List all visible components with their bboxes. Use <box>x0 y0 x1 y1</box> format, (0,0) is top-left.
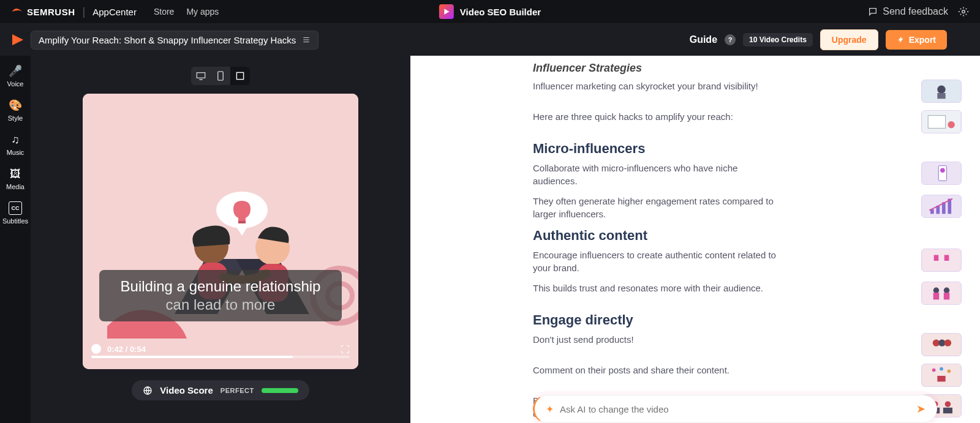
script-row[interactable]: Comment on their posts and share their c… <box>533 364 962 387</box>
caption-overlay: Building a genuine relationship can lead… <box>99 270 342 321</box>
script-row[interactable]: They often generate higher engagement ra… <box>533 195 962 220</box>
svg-rect-42 <box>937 376 945 381</box>
left-rail: 🎤Voice 🎨Style ♫Music 🖼Media CCSubtitles <box>0 56 31 423</box>
script-text: Encourage influencers to create authenti… <box>533 249 784 274</box>
rail-label: Media <box>6 183 24 190</box>
svg-rect-23 <box>922 195 961 217</box>
semrush-swoosh-icon <box>11 6 23 18</box>
export-label: Export <box>909 35 936 45</box>
svg-point-30 <box>933 288 939 293</box>
brand-logo[interactable]: SEMRUSH | AppCenter <box>11 6 137 18</box>
svg-point-41 <box>947 370 951 373</box>
svg-rect-29 <box>922 282 961 304</box>
palette-icon: 🎨 <box>9 99 22 112</box>
device-mobile[interactable] <box>211 67 230 85</box>
media-icon: 🖼 <box>9 167 22 181</box>
section-heading-micro[interactable]: Micro-influencers <box>533 141 962 157</box>
rail-subtitles[interactable]: CCSubtitles <box>2 201 28 225</box>
svg-point-22 <box>940 168 945 173</box>
credits-pill[interactable]: 10 Video Credits <box>743 33 813 47</box>
video-score-pill[interactable]: Video Score PERFECT <box>132 380 309 400</box>
svg-rect-1 <box>197 73 205 78</box>
scene-thumb[interactable] <box>921 110 962 133</box>
player-controls: 0:42 / 0:54 ⛶ <box>91 340 350 358</box>
rail-media[interactable]: 🖼Media <box>6 167 24 190</box>
scene-thumb[interactable] <box>921 162 962 185</box>
editor-subtitle[interactable]: Influencer Strategies <box>533 62 962 75</box>
script-text: Here are three quick hacks to amplify yo… <box>533 110 733 123</box>
svg-rect-18 <box>928 116 945 129</box>
feedback-label: Send feedback <box>883 6 948 17</box>
brand-name: SEMRUSH <box>27 7 75 17</box>
project-title: Amplify Your Reach: Short & Snappy Influ… <box>39 35 296 45</box>
nav-store[interactable]: Store <box>154 7 174 17</box>
rail-label: Subtitles <box>2 217 28 225</box>
svg-rect-12 <box>238 221 246 223</box>
progress-bar[interactable] <box>91 356 350 358</box>
app-play-icon <box>10 32 24 47</box>
feedback-icon[interactable]: Send feedback <box>868 6 948 17</box>
ask-ai-input[interactable] <box>560 404 916 414</box>
svg-rect-45 <box>943 408 952 413</box>
section-heading-authentic[interactable]: Authentic content <box>533 228 962 244</box>
settings-icon[interactable] <box>958 6 969 17</box>
scene-thumb[interactable] <box>921 333 962 356</box>
script-text: Comment on their posts and share their c… <box>533 364 729 376</box>
microphone-icon: 🎤 <box>9 64 22 78</box>
guide-link[interactable]: Guide <box>690 34 717 45</box>
editor-column: Influencer Strategies Influencer marketi… <box>410 56 980 423</box>
rail-music[interactable]: ♫Music <box>7 133 24 156</box>
device-desktop[interactable] <box>191 67 211 85</box>
play-button[interactable] <box>91 344 101 354</box>
project-title-chip[interactable]: Amplify Your Reach: Short & Snappy Influ… <box>31 31 318 50</box>
globe-icon <box>143 386 153 395</box>
rail-style[interactable]: 🎨Style <box>8 99 23 122</box>
video-preview[interactable]: Building a genuine relationship can lead… <box>83 94 358 369</box>
svg-point-39 <box>932 369 936 372</box>
help-icon[interactable]: ? <box>725 34 736 45</box>
nav-my-apps[interactable]: My apps <box>186 7 219 17</box>
script-text: This builds trust and resonates more wit… <box>533 282 763 294</box>
script-text: Don't just send products! <box>533 333 634 346</box>
caption-line1: Building a genuine relationship <box>121 278 321 294</box>
fullscreen-icon[interactable]: ⛶ <box>341 344 350 354</box>
preview-column: Building a genuine relationship can lead… <box>31 56 410 423</box>
svg-point-19 <box>948 121 954 128</box>
bolt-icon <box>897 36 905 44</box>
script-row[interactable]: Don't just send products! <box>533 333 962 356</box>
ask-ai-bar[interactable]: ✦ ➤ <box>533 395 937 423</box>
device-square[interactable] <box>230 67 250 85</box>
svg-rect-31 <box>933 293 939 299</box>
script-row[interactable]: This builds trust and resonates more wit… <box>533 282 962 305</box>
score-label: Video Score <box>160 385 213 395</box>
scene-thumb[interactable] <box>921 249 962 272</box>
rail-label: Voice <box>7 80 24 88</box>
section-heading-engage[interactable]: Engage directly <box>533 312 962 328</box>
svg-rect-21 <box>938 166 946 181</box>
product-name: Video SEO Builder <box>460 7 541 17</box>
svg-point-37 <box>944 339 951 346</box>
global-header: SEMRUSH | AppCenter Store My apps Video … <box>0 0 980 24</box>
device-switcher <box>191 67 250 85</box>
scene-thumb[interactable] <box>921 364 962 387</box>
script-row[interactable]: Influencer marketing can skyrocket your … <box>533 80 962 103</box>
script-row[interactable]: Collaborate with micro-influencers who h… <box>533 162 962 187</box>
brand-divider: | <box>83 6 86 18</box>
main: 🎤Voice 🎨Style ♫Music 🖼Media CCSubtitles <box>0 56 980 423</box>
rail-voice[interactable]: 🎤Voice <box>7 64 24 88</box>
scene-thumb[interactable] <box>921 80 962 103</box>
svg-rect-16 <box>937 93 945 99</box>
export-button[interactable]: Export <box>886 30 947 50</box>
scene-thumb[interactable] <box>921 195 962 218</box>
caption-line2: can lead to more <box>166 296 276 313</box>
product-badge[interactable]: Video SEO Builder <box>439 4 541 19</box>
scene-thumb[interactable] <box>921 282 962 305</box>
upgrade-button[interactable]: Upgrade <box>820 29 878 50</box>
progress-fill <box>91 356 293 358</box>
chat-icon <box>868 7 878 17</box>
send-icon[interactable]: ➤ <box>916 402 925 416</box>
script-row[interactable]: Here are three quick hacks to amplify yo… <box>533 110 962 133</box>
script-text: Collaborate with micro-influencers who h… <box>533 162 784 187</box>
svg-point-15 <box>937 86 945 94</box>
script-row[interactable]: Encourage influencers to create authenti… <box>533 249 962 274</box>
